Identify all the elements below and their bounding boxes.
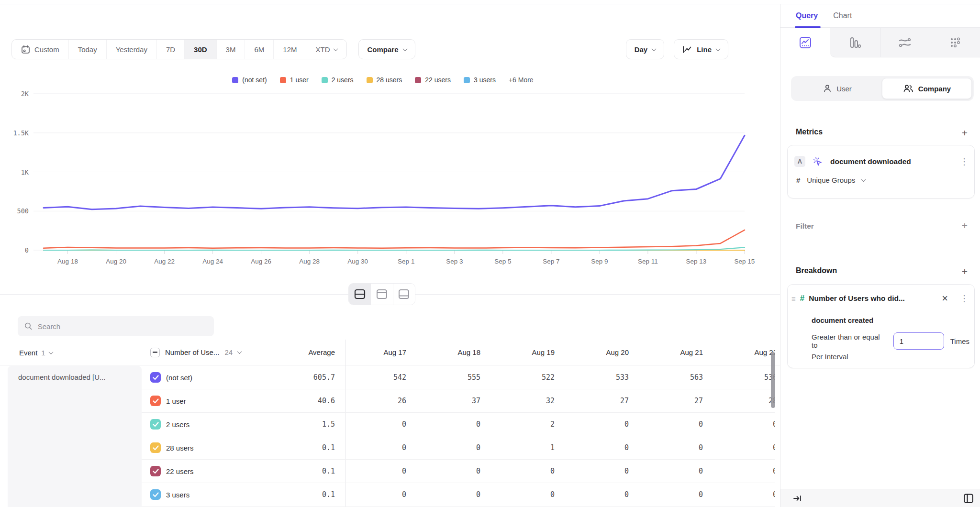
tab-query[interactable]: Query [796, 11, 818, 20]
kebab-menu-icon[interactable]: ⋮ [960, 157, 969, 166]
cell-value: 0 [566, 467, 640, 475]
tab-chart[interactable]: Chart [833, 11, 852, 20]
series-label: 1 user [166, 397, 186, 405]
times-input[interactable] [893, 332, 944, 350]
range-label: XTD [315, 45, 330, 54]
table-header: Event 1 Number of Use... 24 Average Aug … [0, 340, 780, 365]
x-tick-label: Aug 18 [57, 258, 78, 265]
chart-type-line-tab[interactable] [780, 28, 830, 57]
legend-label: 22 users [425, 76, 451, 84]
chevron-down-icon [237, 349, 242, 354]
layout-split-button[interactable] [349, 284, 370, 305]
event-column-header[interactable]: Event 1 [19, 340, 53, 365]
series-checkbox[interactable] [150, 372, 161, 383]
layout-table-button[interactable] [393, 284, 415, 305]
breakdown-card[interactable]: ≡ # Number of Users who did... × ⋮ docum… [787, 284, 975, 368]
series-checkbox[interactable] [150, 419, 161, 430]
legend-item[interactable]: (not set) [232, 76, 267, 84]
series-checkbox[interactable] [150, 442, 161, 453]
cell-value: 0 [418, 443, 492, 452]
select-all-checkbox[interactable] [150, 348, 160, 357]
legend-label: 3 users [474, 76, 496, 84]
range-button-yesterday[interactable]: Yesterday [106, 40, 156, 59]
toggle-sidebar-icon[interactable] [963, 493, 974, 504]
line-chart-icon [799, 36, 812, 49]
search-icon [24, 322, 33, 331]
cell-value: 0 [714, 420, 775, 429]
header-columns: Number of Use... 24 Average Aug 17Aug 18… [142, 340, 775, 365]
average-value: 40.6 [287, 397, 344, 405]
series-checkbox[interactable] [150, 466, 161, 476]
metric-card[interactable]: A document downloaded ⋮ # Unique Groups [787, 145, 975, 198]
range-button-today[interactable]: Today [68, 40, 106, 59]
series-column-header[interactable]: Number of Use... 24 [142, 348, 287, 357]
cell-value: 522 [492, 373, 566, 382]
legend-item[interactable]: 22 users [415, 76, 451, 84]
query-sidebar: Query Chart User C [780, 4, 980, 507]
search-input[interactable] [38, 322, 207, 331]
bar-chart-icon [849, 36, 861, 49]
add-breakdown-button[interactable]: + [962, 266, 968, 276]
legend-more-button[interactable]: +6 More [509, 76, 534, 84]
average-header[interactable]: Average [287, 348, 344, 356]
range-label: 30D [194, 45, 207, 54]
event-header-label: Event [19, 349, 37, 357]
breakdown-event[interactable]: document created [812, 316, 873, 324]
kebab-menu-icon[interactable]: ⋮ [960, 294, 969, 303]
y-tick-label: 1.5K [13, 129, 29, 137]
add-filter-button[interactable]: + [962, 220, 968, 231]
range-button-xtd[interactable]: XTD [306, 40, 346, 59]
toggle-company[interactable]: Company [882, 78, 972, 99]
layout-chart-button[interactable] [370, 284, 392, 305]
date-column-header[interactable]: Aug 20 [566, 348, 640, 356]
date-column-header[interactable]: Aug 22 [714, 348, 775, 356]
table-row: 3 users0.1000000 [142, 483, 775, 507]
range-button-12m[interactable]: 12M [273, 40, 306, 59]
date-column-header[interactable]: Aug 18 [418, 348, 492, 356]
close-icon[interactable]: × [942, 293, 948, 304]
breakdown-condition[interactable]: Greater than or equal to [812, 333, 887, 349]
breakdown-per-interval[interactable]: Per Interval [812, 353, 848, 361]
x-tick-label: Aug 20 [106, 258, 126, 265]
drag-handle-icon[interactable]: ≡ [791, 295, 796, 303]
series-line-1-user[interactable] [44, 230, 745, 248]
legend-item[interactable]: 1 user [280, 76, 309, 84]
date-column-header[interactable]: Aug 17 [344, 348, 418, 356]
range-button-custom[interactable]: Custom [12, 40, 68, 59]
main-panel: CustomTodayYesterday7D30D3M6M12MXTD Comp… [0, 4, 780, 507]
legend-swatch [367, 77, 373, 83]
series-line--not-set-[interactable] [44, 135, 745, 209]
range-button-30d[interactable]: 30D [184, 40, 216, 59]
filter-heading: Filter [796, 222, 814, 231]
range-button-6m[interactable]: 6M [245, 40, 273, 59]
collapse-panel-icon[interactable] [793, 495, 802, 502]
interval-dropdown[interactable]: Day [626, 39, 665, 59]
chart-type-flow-tab[interactable] [880, 28, 930, 57]
legend-item[interactable]: 28 users [367, 76, 402, 84]
breakdown-title[interactable]: Number of Users who did... [809, 294, 937, 303]
measure-label[interactable]: Unique Groups [807, 176, 855, 184]
chevron-down-icon [48, 350, 53, 354]
chart-type-dropdown[interactable]: Line [674, 39, 728, 59]
date-column-header[interactable]: Aug 19 [492, 348, 566, 356]
date-column-header[interactable]: Aug 21 [640, 348, 714, 356]
series-checkbox[interactable] [150, 489, 161, 500]
toggle-user-label: User [836, 85, 852, 93]
range-button-3m[interactable]: 3M [216, 40, 245, 59]
chart-type-label: Line [697, 45, 712, 54]
range-button-7d[interactable]: 7D [156, 40, 184, 59]
legend-item[interactable]: 2 users [322, 76, 354, 84]
cell-value: 2 [492, 420, 566, 429]
chart-type-scatter-tab[interactable] [930, 28, 980, 57]
chart-type-bar-tab[interactable] [830, 28, 880, 57]
compare-button[interactable]: Compare [358, 39, 415, 59]
add-metric-button[interactable]: + [962, 128, 968, 138]
cell-value: 1 [492, 443, 566, 452]
legend-item[interactable]: 3 users [464, 76, 496, 84]
average-value: 0.1 [287, 443, 344, 452]
metric-event-name[interactable]: document downloaded [830, 157, 953, 166]
series-checkbox[interactable] [150, 396, 161, 406]
vertical-scrollbar[interactable] [771, 352, 775, 408]
toggle-user[interactable]: User [793, 78, 882, 99]
sidebar-footer [780, 489, 980, 507]
